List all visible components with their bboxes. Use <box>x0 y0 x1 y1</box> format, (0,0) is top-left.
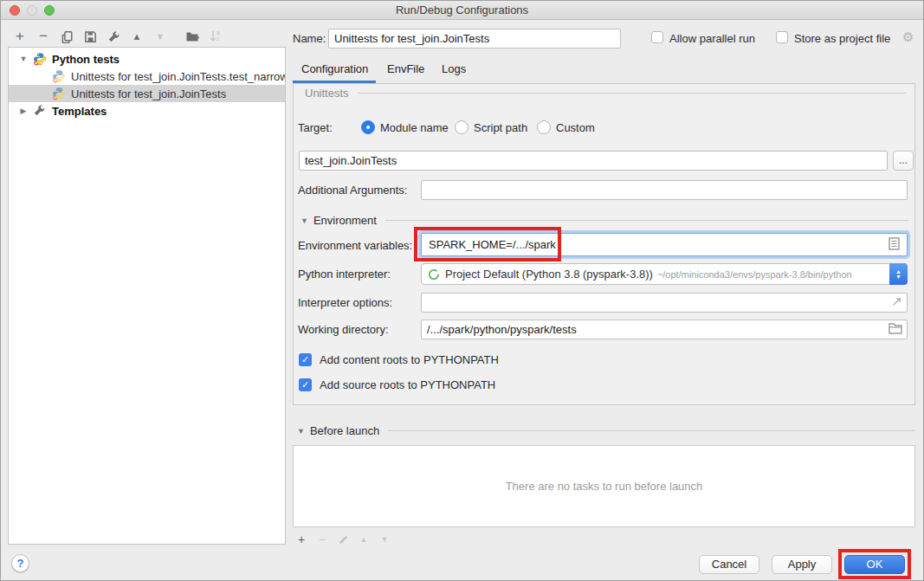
edit-task-icon <box>337 531 349 548</box>
expand-field-icon[interactable] <box>891 296 902 310</box>
add-icon[interactable]: + <box>11 28 29 45</box>
chevron-down-icon[interactable]: ▼ <box>14 55 33 63</box>
ok-button[interactable]: OK <box>844 555 905 574</box>
working-directory-label: Working directory: <box>298 323 389 336</box>
working-directory-input[interactable] <box>421 320 908 339</box>
name-label: Name: <box>293 32 326 45</box>
add-content-roots-label: Add content roots to PYTHONPATH <box>320 353 499 366</box>
add-content-roots-checkbox-row[interactable]: ✓ Add content roots to PYTHONPATH <box>299 353 499 366</box>
zoom-window-button[interactable] <box>44 5 55 16</box>
allow-parallel-run-checkbox[interactable] <box>651 31 663 43</box>
tab-logs[interactable]: Logs <box>442 62 466 75</box>
close-window-button[interactable] <box>10 5 20 16</box>
checked-checkbox-icon[interactable]: ✓ <box>299 353 312 366</box>
allow-parallel-run-label: Allow parallel run <box>669 32 755 45</box>
checked-checkbox-icon[interactable]: ✓ <box>299 378 312 391</box>
configurations-toolbar: + − ▲ ▼ az <box>11 28 230 45</box>
add-source-roots-checkbox-row[interactable]: ✓ Add source roots to PYTHONPATH <box>299 378 495 391</box>
target-module-input[interactable] <box>299 151 888 171</box>
svg-text:a: a <box>216 29 220 36</box>
edit-templates-icon[interactable] <box>105 28 122 45</box>
before-launch-task-list: There are no tasks to run before launch <box>293 445 915 527</box>
radio-custom[interactable] <box>537 120 551 134</box>
sort-icon: az <box>207 28 224 45</box>
name-input[interactable] <box>328 29 621 48</box>
move-up-icon[interactable]: ▲ <box>128 28 145 45</box>
section-divider <box>385 220 908 221</box>
tab-envfile[interactable]: EnvFile <box>387 62 424 75</box>
python-interpreter-label: Python interpreter: <box>298 268 391 281</box>
before-launch-label: Before launch <box>310 424 379 437</box>
chevron-right-icon[interactable]: ▶ <box>14 107 33 115</box>
browse-button[interactable]: ... <box>893 151 914 171</box>
apply-button[interactable]: Apply <box>772 555 832 574</box>
tree-item-unittests-jointests-selected[interactable]: Unittests for test_join.JoinTests <box>9 85 285 102</box>
tree-item-label: Unittests for test_join.JoinTests <box>71 87 226 100</box>
interpreter-options-label: Interpreter options: <box>298 296 392 309</box>
python-tests-icon <box>33 52 47 66</box>
environment-variables-label: Environment variables: <box>298 239 412 252</box>
radio-script-path[interactable] <box>455 120 468 134</box>
tree-item-label: Python tests <box>52 53 120 66</box>
interpreter-options-input[interactable] <box>421 293 908 313</box>
environment-collapse-icon[interactable]: ▼ <box>300 216 308 225</box>
add-source-roots-label: Add source roots to PYTHONPATH <box>320 378 495 391</box>
run-debug-configurations-dialog: Run/Debug Configurations + − ▲ ▼ az ▼ <box>0 0 924 581</box>
radio-custom-label: Custom <box>556 121 595 134</box>
additional-arguments-input[interactable] <box>421 180 908 200</box>
before-launch-empty-text: There are no tasks to run before launch <box>506 480 703 493</box>
cancel-button[interactable]: Cancel <box>699 555 759 574</box>
configuration-panel: Unittests Target: Module name Script pat… <box>293 83 915 405</box>
browse-variables-icon[interactable] <box>888 237 900 253</box>
interpreter-path: ~/opt/miniconda3/envs/pyspark-3.8/bin/py… <box>657 269 852 280</box>
svg-text:z: z <box>216 36 219 42</box>
help-button[interactable]: ? <box>11 554 29 572</box>
python-test-config-icon <box>52 87 66 100</box>
environment-variables-value: SPARK_HOME=/.../spark <box>429 238 556 251</box>
tree-item-python-tests[interactable]: ▼ Python tests <box>9 50 285 68</box>
templates-wrench-icon <box>33 104 47 118</box>
tab-configuration[interactable]: Configuration <box>301 62 368 75</box>
remove-task-icon: − <box>316 531 328 548</box>
tree-item-templates[interactable]: ▶ Templates <box>9 102 285 119</box>
window-title: Run/Debug Configurations <box>1 1 923 19</box>
group-divider <box>358 93 907 94</box>
interpreter-name: Project Default (Python 3.8 (pyspark-3.8… <box>445 268 653 281</box>
target-label: Target: <box>298 121 333 134</box>
task-down-icon: ▼ <box>378 531 391 548</box>
tree-item-label: Unittests for test_join.JoinTests.test_n… <box>71 70 285 83</box>
store-as-project-file-checkbox[interactable] <box>776 31 788 43</box>
minimize-window-button <box>27 5 37 16</box>
radio-module-name[interactable] <box>361 120 375 134</box>
titlebar: Run/Debug Configurations <box>1 1 923 20</box>
new-folder-icon[interactable] <box>184 28 201 45</box>
store-as-project-file-label: Store as project file <box>794 32 890 45</box>
radio-script-path-label: Script path <box>474 121 527 134</box>
unittests-group-label: Unittests <box>305 87 349 100</box>
task-up-icon: ▲ <box>358 531 370 548</box>
radio-module-name-label: Module name <box>380 121 449 134</box>
interpreter-stepper-icon[interactable]: ▲▼ <box>889 263 908 285</box>
move-down-icon: ▼ <box>152 28 169 45</box>
additional-arguments-label: Additional Arguments: <box>298 184 407 197</box>
before-launch-toolbar: + − ▲ ▼ <box>295 531 399 548</box>
folder-icon[interactable] <box>888 322 902 337</box>
tree-item-unittests-test-narrow[interactable]: Unittests for test_join.JoinTests.test_n… <box>9 68 285 85</box>
python-test-config-icon <box>52 69 66 83</box>
before-launch-collapse-icon[interactable]: ▼ <box>297 427 305 436</box>
save-icon[interactable] <box>81 28 99 45</box>
configurations-tree: ▼ Python tests Unittests for test_join.J… <box>8 47 286 545</box>
python-interpreter-select[interactable]: Project Default (Python 3.8 (pyspark-3.8… <box>421 263 908 285</box>
environment-section-label: Environment <box>313 214 377 227</box>
section-divider <box>388 430 915 431</box>
add-task-icon[interactable]: + <box>295 531 307 548</box>
gear-icon[interactable]: ⚙ <box>902 29 914 45</box>
tree-item-label: Templates <box>52 105 107 118</box>
remove-icon[interactable]: − <box>35 28 52 45</box>
environment-variables-input[interactable]: SPARK_HOME=/.../spark <box>421 233 908 256</box>
copy-icon[interactable] <box>58 28 75 45</box>
conda-env-icon <box>428 268 440 281</box>
